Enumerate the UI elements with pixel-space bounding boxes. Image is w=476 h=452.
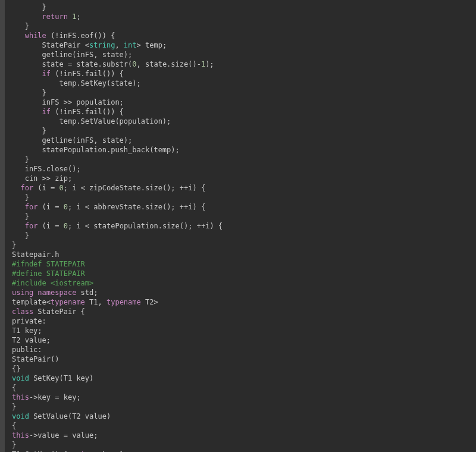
code-line[interactable]: T1 key;	[12, 327, 42, 335]
code-line[interactable]: this->key = key;	[12, 393, 81, 401]
code-line[interactable]: }	[12, 441, 16, 449]
code-line[interactable]: for (i = 0; i < abbrevState.size(); ++i)…	[12, 203, 205, 211]
editor-gutter	[0, 0, 5, 452]
code-line[interactable]: {	[12, 384, 16, 392]
code-line[interactable]: cin >> zip;	[12, 174, 72, 183]
code-line[interactable]: }	[12, 231, 29, 240]
code-line[interactable]: }	[12, 89, 46, 97]
code-line[interactable]: void SetKey(T1 key)	[12, 374, 93, 382]
code-line[interactable]: getline(inFS, state);	[12, 51, 132, 59]
code-line[interactable]: }	[12, 193, 29, 202]
code-line[interactable]: using namespace std;	[12, 288, 98, 297]
code-line[interactable]: }	[12, 155, 29, 164]
code-line[interactable]: }	[12, 3, 46, 11]
code-line[interactable]: StatePair <string, int> temp;	[12, 41, 167, 49]
code-line[interactable]: for (i = 0; i < zipCodeState.size(); ++i…	[12, 184, 205, 192]
code-line[interactable]: getline(inFS, state);	[12, 136, 132, 145]
code-line[interactable]: template<typename T1, typename T2>	[12, 298, 158, 306]
code-line[interactable]: }	[12, 22, 29, 30]
code-line[interactable]: inFS.close();	[12, 165, 81, 173]
code-line[interactable]: {}	[12, 365, 20, 373]
code-line[interactable]: private:	[12, 317, 46, 325]
code-line[interactable]: while (!inFS.eof()) {	[12, 32, 115, 40]
code-line[interactable]: #include <iostream>	[12, 279, 93, 287]
code-line[interactable]: inFS >> population;	[12, 98, 124, 106]
code-line[interactable]: StatePair()	[12, 355, 59, 363]
code-line[interactable]: T2 value;	[12, 336, 51, 344]
code-line[interactable]: Statepair.h	[12, 250, 59, 259]
code-line[interactable]: }	[12, 241, 16, 249]
code-line[interactable]: #ifndef STATEPAIR	[12, 260, 85, 268]
code-line[interactable]: }	[12, 127, 46, 135]
code-editor[interactable]: } return 1; } while (!inFS.eof()) { Stat…	[5, 0, 476, 452]
code-line[interactable]: return 1;	[12, 12, 81, 21]
code-line[interactable]: this->value = value;	[12, 431, 98, 440]
code-line[interactable]: public:	[12, 346, 42, 354]
code-line[interactable]: #define STATEPAIR	[12, 269, 85, 278]
code-line[interactable]: temp.SetKey(state);	[12, 79, 141, 87]
code-line[interactable]: if (!inFS.fail()) {	[12, 108, 124, 116]
code-line[interactable]: }	[12, 212, 29, 221]
code-line[interactable]: if (!inFS.fail()) {	[12, 70, 124, 78]
code-line[interactable]: statePopulation.push_back(temp);	[12, 146, 180, 154]
code-line[interactable]: state = state.substr(0, state.size()-1);	[12, 60, 214, 68]
code-line[interactable]: class StatePair {	[12, 307, 85, 316]
code-line[interactable]: {	[12, 422, 16, 430]
code-line[interactable]: temp.SetValue(population);	[12, 117, 171, 125]
code-line[interactable]: }	[12, 403, 16, 411]
code-line[interactable]: void SetValue(T2 value)	[12, 412, 111, 420]
code-line[interactable]: for (i = 0; i < statePopulation.size(); …	[12, 222, 223, 230]
